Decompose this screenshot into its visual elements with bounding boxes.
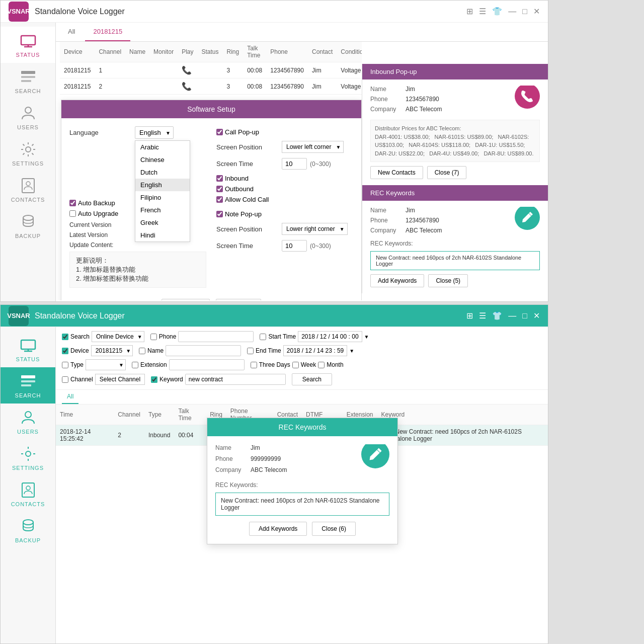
result-tab-all[interactable]: All: [62, 390, 78, 404]
month-checkbox[interactable]: [318, 362, 325, 368]
search-button[interactable]: Search: [292, 373, 332, 385]
tshirt-icon[interactable]: 👕: [492, 7, 502, 16]
grid-icon[interactable]: ⊞: [466, 7, 473, 16]
keyword-input[interactable]: [185, 374, 286, 385]
bottom-grid-icon[interactable]: ⊞: [466, 311, 473, 320]
bottom-minimize-icon[interactable]: —: [508, 311, 516, 320]
bottom-maximize-icon[interactable]: □: [522, 311, 527, 320]
play-icon-2[interactable]: 📞: [182, 82, 192, 91]
minimize-icon[interactable]: —: [508, 7, 516, 16]
name-input[interactable]: [166, 345, 241, 356]
bottom-sidebar-search[interactable]: SEARCH: [1, 367, 55, 404]
sidebar-item-status[interactable]: STATUS: [1, 27, 55, 63]
pen-avatar: [515, 207, 540, 230]
three-days-checkbox[interactable]: [251, 362, 257, 368]
rec-company-label: Company: [370, 227, 406, 234]
rec-keyword-box: New Contract: need 160pcs of 2ch NAR-610…: [370, 251, 540, 270]
sidebar-item-backup[interactable]: BACKUP: [1, 208, 55, 244]
setup-btn-row: Confirm Cancel: [69, 299, 353, 300]
start-time-checkbox[interactable]: [260, 334, 266, 340]
close-icon[interactable]: ✕: [533, 7, 540, 16]
end-time-checkbox[interactable]: [247, 348, 254, 354]
select-channel-button[interactable]: Select Channel: [95, 374, 145, 385]
allow-cold-call-checkbox[interactable]: [216, 196, 223, 203]
add-keywords-button[interactable]: Add Keywords: [370, 274, 424, 287]
lang-dutch[interactable]: Dutch: [135, 166, 190, 179]
screen-time-input[interactable]: [282, 158, 307, 170]
close-5-button[interactable]: Close (5): [428, 274, 468, 287]
maximize-icon[interactable]: □: [522, 7, 527, 16]
tab-20181215[interactable]: 20181215: [85, 23, 130, 41]
add-keywords-modal-button[interactable]: Add Keywords: [249, 522, 307, 536]
note-screen-time-input[interactable]: [282, 240, 307, 252]
play-icon[interactable]: 📞: [182, 66, 192, 74]
bottom-sidebar-backup[interactable]: BACKUP: [1, 512, 55, 548]
call-popup-label: Call Pop-up: [225, 128, 259, 136]
note-screen-position-value[interactable]: Lower right corner: [282, 223, 348, 235]
lang-french[interactable]: French: [135, 204, 190, 216]
search-checkbox[interactable]: [62, 334, 68, 340]
close-7-button[interactable]: Close (7): [427, 166, 467, 179]
phone-label: Phone: [159, 333, 177, 340]
table-row[interactable]: 20181215 2 📞 3 00:08 1234567890 Jim: [60, 78, 362, 95]
name-checkbox[interactable]: [139, 348, 145, 354]
col-conditions: Conditions: [337, 42, 362, 62]
sidebar-item-users[interactable]: USERS: [1, 99, 55, 135]
note-popup-section: Note Pop-up Screen Position Lower right …: [216, 210, 353, 252]
lang-greek[interactable]: Greek: [135, 216, 190, 229]
inbound-phone-row: Phone 1234567890: [370, 96, 515, 103]
bottom-sidebar-contacts[interactable]: CONTACTS: [1, 476, 55, 512]
type-checkbox[interactable]: [62, 362, 68, 368]
bottom-tshirt-icon[interactable]: 👕: [492, 311, 502, 320]
rec-modal-header: REC Keywords: [207, 418, 397, 436]
bottom-sidebar-settings[interactable]: SETTINGS: [1, 440, 55, 476]
channel-checkbox[interactable]: [62, 376, 68, 383]
phone-input[interactable]: [178, 331, 254, 342]
list-icon[interactable]: ☰: [479, 7, 486, 16]
name-field: Name: [139, 345, 241, 356]
search-label: Search: [70, 333, 90, 340]
close-6-button[interactable]: Close (6): [312, 522, 356, 536]
start-time-field: Start Time 2018 / 12 / 14 00 : 00 ▼: [260, 331, 369, 342]
new-contacts-button[interactable]: New Contacts: [370, 166, 423, 179]
table-row[interactable]: 20181215 1 📞 3 00:08 1234567890 Jim: [60, 62, 362, 78]
outbound-checkbox[interactable]: [216, 186, 223, 192]
keyword-checkbox[interactable]: [151, 376, 157, 383]
sidebar-item-contacts[interactable]: CONTACTS: [1, 172, 55, 208]
cancel-button[interactable]: Cancel: [216, 299, 261, 300]
screen-position-value[interactable]: Lower left corner: [282, 141, 344, 153]
call-popup-checkbox[interactable]: [216, 129, 223, 135]
bottom-sidebar-users[interactable]: USERS: [1, 404, 55, 440]
extension-input[interactable]: [169, 359, 245, 370]
start-time-value[interactable]: 2018 / 12 / 14 00 : 00: [298, 331, 362, 342]
auto-backup-checkbox[interactable]: [69, 200, 76, 206]
device-checkbox[interactable]: [62, 348, 68, 354]
tab-all[interactable]: All: [60, 23, 83, 41]
bottom-list-icon[interactable]: ☰: [479, 311, 486, 320]
lang-english[interactable]: English: [135, 179, 190, 191]
phone-checkbox[interactable]: [150, 334, 157, 340]
note-popup-checkbox[interactable]: [216, 211, 223, 217]
lang-hindi[interactable]: Hindi: [135, 229, 190, 242]
inbound-checkbox[interactable]: [216, 175, 223, 182]
extension-checkbox[interactable]: [132, 362, 138, 368]
auto-upgrade-checkbox[interactable]: [69, 210, 76, 217]
inbound-company-label: Company: [370, 106, 406, 113]
week-checkbox[interactable]: [292, 362, 299, 368]
start-time-arrow: ▼: [364, 334, 369, 340]
online-device-value[interactable]: Online Device: [92, 331, 144, 342]
language-select[interactable]: English: [135, 126, 174, 139]
lang-filipino[interactable]: Filipino: [135, 191, 190, 204]
top-window-controls: ⊞ ☰ 👕 — □ ✕: [466, 7, 540, 16]
search-field: Search Online Device ▼: [62, 331, 144, 342]
bottom-close-icon[interactable]: ✕: [533, 311, 540, 320]
confirm-button[interactable]: Confirm: [162, 299, 210, 300]
inbound-phone-label: Phone: [370, 96, 406, 103]
bottom-sidebar-status[interactable]: STATUS: [1, 331, 55, 367]
lang-arabic[interactable]: Arabic: [135, 141, 190, 153]
sidebar-item-search[interactable]: SEARCH: [1, 63, 55, 99]
end-time-value[interactable]: 2018 / 12 / 14 23 : 59: [283, 345, 347, 356]
screen-time-label: Screen Time: [216, 160, 282, 168]
sidebar-item-settings[interactable]: SETTINGS: [1, 135, 55, 172]
lang-chinese[interactable]: Chinese: [135, 153, 190, 166]
